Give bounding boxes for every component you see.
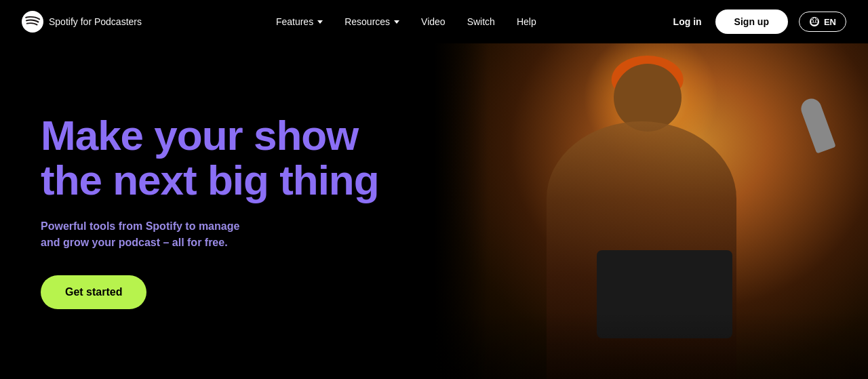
logo-brand: Spotify: [49, 16, 78, 27]
login-button[interactable]: Log in: [671, 11, 705, 33]
chevron-down-icon: [394, 20, 399, 24]
hero-title: Make your show the next big thing: [41, 113, 393, 201]
get-started-button[interactable]: Get started: [41, 275, 146, 309]
image-gradient-overlay: [434, 311, 868, 379]
nav-center-links: Features Resources Video Switch Help: [268, 11, 545, 33]
hero-section: Make your show the next big thing Powerf…: [0, 43, 868, 379]
nav-features-label: Features: [276, 16, 313, 27]
hero-subtitle: Powerful tools from Spotify to manageand…: [41, 218, 312, 251]
nav-link-video[interactable]: Video: [413, 11, 454, 33]
lang-label: EN: [824, 17, 836, 27]
image-left-fade: [434, 43, 488, 379]
signup-button[interactable]: Sign up: [715, 9, 788, 34]
get-started-label: Get started: [65, 286, 122, 298]
logo-text: Spotify for Podcasters: [49, 16, 142, 27]
navbar: Spotify for Podcasters Features Resource…: [0, 0, 868, 43]
hero-title-line2: the next big thing: [41, 157, 379, 203]
hero-left: Make your show the next big thing Powerf…: [0, 43, 434, 379]
nav-video-label: Video: [421, 16, 446, 27]
nav-switch-label: Switch: [467, 16, 495, 27]
language-selector[interactable]: EN: [799, 12, 846, 32]
hero-title-line1: Make your show: [41, 112, 358, 159]
spotify-logo-icon: [22, 11, 43, 33]
nav-link-help[interactable]: Help: [509, 11, 545, 33]
chevron-down-icon: [317, 20, 323, 24]
hero-image-container: [434, 43, 868, 379]
nav-help-label: Help: [517, 16, 536, 27]
hero-image: [434, 43, 868, 379]
nav-right: Log in Sign up EN: [671, 9, 846, 34]
logo-suffix: for Podcasters: [78, 16, 142, 27]
nav-resources-label: Resources: [344, 16, 390, 27]
nav-link-resources[interactable]: Resources: [336, 11, 408, 33]
signup-label: Sign up: [734, 16, 769, 27]
nav-link-features[interactable]: Features: [268, 11, 331, 33]
microphone-shape: [798, 96, 836, 153]
globe-icon: [809, 16, 820, 27]
nav-link-switch[interactable]: Switch: [459, 11, 503, 33]
svg-point-0: [22, 11, 43, 33]
logo[interactable]: Spotify for Podcasters: [22, 11, 142, 33]
login-label: Log in: [673, 16, 702, 27]
